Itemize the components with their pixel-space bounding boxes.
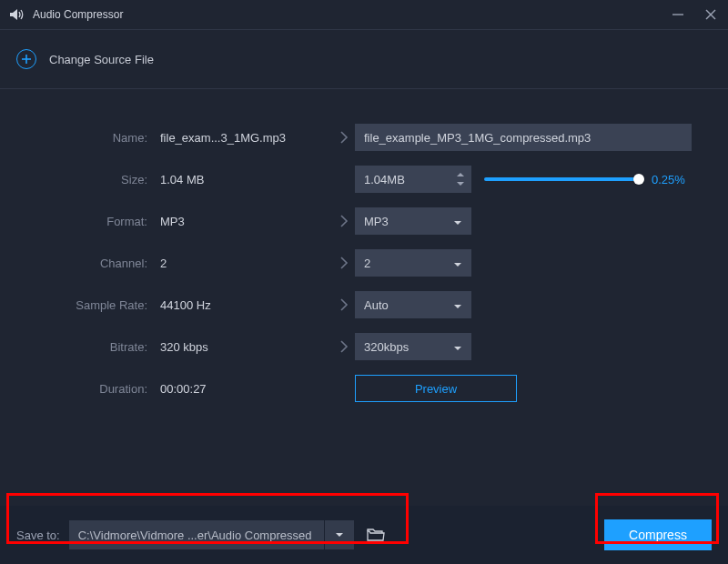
channel-select[interactable]: 2 — [355, 249, 471, 277]
bitrate-select[interactable]: 320kbps — [355, 333, 471, 360]
close-button[interactable] — [703, 6, 719, 23]
size-label: Size: — [33, 173, 160, 186]
arrow-icon — [333, 257, 355, 269]
compress-label: Compress — [629, 528, 687, 542]
channel-current: 2 — [160, 257, 333, 270]
settings-form: Name: file_exam...3_1MG.mp3 Size: 1.04 M… — [0, 89, 728, 409]
change-source-label[interactable]: Change Source File — [49, 53, 154, 66]
compress-button[interactable]: Compress — [604, 519, 712, 550]
row-size: Size: 1.04 MB 1.04MB 0.25% — [33, 158, 695, 200]
change-source-row: Change Source File — [0, 30, 728, 88]
duration-current: 00:00:27 — [160, 382, 333, 396]
caret-down-icon — [453, 340, 462, 354]
name-label: Name: — [33, 131, 160, 145]
row-duration: Duration: 00:00:27 Preview — [33, 368, 695, 409]
channel-select-value: 2 — [364, 257, 370, 270]
save-path-dropdown[interactable] — [325, 520, 354, 549]
size-step-down[interactable] — [455, 180, 466, 188]
footer-bar: Save to: C:\Vidmore\Vidmore ...er\Audio … — [0, 506, 728, 564]
sample-rate-select-value: Auto — [364, 298, 389, 312]
caret-down-icon — [453, 298, 462, 312]
name-output-input[interactable] — [355, 124, 692, 151]
arrow-icon — [333, 298, 355, 311]
save-path-group: C:\Vidmore\Vidmore ...er\Audio Compresse… — [69, 520, 390, 549]
minimize-button[interactable] — [670, 6, 686, 23]
duration-label: Duration: — [33, 382, 160, 396]
size-step-up[interactable] — [455, 171, 466, 179]
format-select-value: MP3 — [364, 215, 389, 228]
format-current: MP3 — [160, 215, 333, 228]
channel-label: Channel: — [33, 257, 160, 270]
add-source-icon[interactable] — [16, 49, 36, 69]
preview-button[interactable]: Preview — [355, 375, 517, 402]
title-bar: Audio Compressor — [0, 0, 728, 29]
preview-label: Preview — [415, 382, 457, 396]
size-slider-thumb[interactable] — [633, 174, 644, 185]
arrow-icon — [333, 340, 355, 353]
arrow-icon — [333, 215, 355, 227]
format-select[interactable]: MP3 — [355, 207, 471, 235]
save-path-text: C:\Vidmore\Vidmore ...er\Audio Compresse… — [78, 529, 312, 542]
row-channel: Channel: 2 2 — [33, 242, 695, 284]
bitrate-current: 320 kbps — [160, 340, 333, 354]
name-current: file_exam...3_1MG.mp3 — [160, 131, 333, 145]
size-target-value: 1.04MB — [364, 173, 405, 186]
format-label: Format: — [33, 215, 160, 228]
app-title: Audio Compressor — [33, 8, 123, 21]
sample-rate-label: Sample Rate: — [33, 298, 160, 312]
save-to-label: Save to: — [16, 529, 60, 542]
sample-rate-select[interactable]: Auto — [355, 291, 471, 318]
size-percent: 0.25% — [652, 173, 685, 186]
size-spinner[interactable]: 1.04MB — [355, 166, 471, 193]
caret-down-icon — [453, 257, 462, 270]
bitrate-label: Bitrate: — [33, 340, 160, 354]
size-slider[interactable] — [484, 177, 639, 181]
sample-rate-current: 44100 Hz — [160, 298, 333, 312]
open-folder-button[interactable] — [361, 520, 390, 549]
row-name: Name: file_exam...3_1MG.mp3 — [33, 116, 695, 158]
bitrate-select-value: 320kbps — [364, 340, 409, 354]
row-sample-rate: Sample Rate: 44100 Hz Auto — [33, 284, 695, 326]
row-format: Format: MP3 MP3 — [33, 200, 695, 242]
arrow-icon — [333, 131, 355, 144]
save-path-display[interactable]: C:\Vidmore\Vidmore ...er\Audio Compresse… — [69, 520, 324, 549]
app-icon — [9, 8, 25, 21]
caret-down-icon — [453, 215, 462, 228]
row-bitrate: Bitrate: 320 kbps 320kbps — [33, 326, 695, 368]
size-current: 1.04 MB — [160, 173, 333, 186]
